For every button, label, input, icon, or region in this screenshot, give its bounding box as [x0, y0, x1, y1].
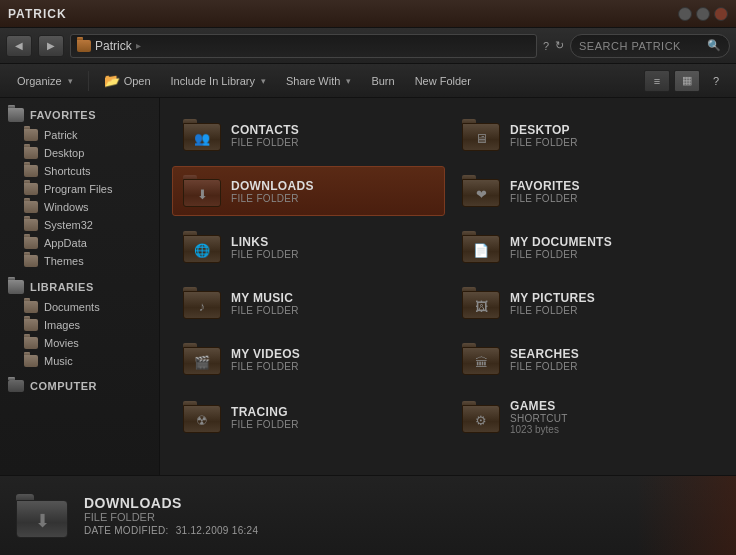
- address-bar: ◀ ▶ Patrick ▸ ? ↻ Search Patrick 🔍: [0, 28, 736, 64]
- documents-label: Documents: [44, 301, 100, 313]
- libraries-section-label: Libraries: [30, 281, 94, 293]
- open-button[interactable]: 📂 Open: [95, 68, 160, 94]
- folder-icon-large: ❤: [462, 175, 500, 207]
- file-type: File folder: [231, 249, 434, 260]
- libraries-section-icon: [8, 280, 24, 294]
- programfiles-folder-icon: [24, 183, 38, 195]
- folder-emblem: 🎬: [191, 353, 213, 371]
- organize-button[interactable]: Organize: [8, 68, 82, 94]
- folder-icon-large: 🎬: [183, 343, 221, 375]
- window-title: Patrick: [8, 7, 67, 21]
- music-label: Music: [44, 355, 73, 367]
- file-info: Links File folder: [231, 235, 434, 260]
- file-item[interactable]: 🖥 Desktop File folder: [451, 110, 724, 160]
- sidebar-section-favorites[interactable]: Favorites: [0, 104, 159, 126]
- help-label: ?: [713, 75, 719, 87]
- appdata-label: AppData: [44, 237, 87, 249]
- file-info: My Documents File folder: [510, 235, 713, 260]
- search-box[interactable]: Search Patrick 🔍: [570, 34, 730, 58]
- refresh-icon[interactable]: ↻: [555, 39, 564, 52]
- patrick-label: Patrick: [44, 129, 78, 141]
- file-type: File folder: [510, 361, 713, 372]
- sidebar-item-documents[interactable]: Documents: [0, 298, 159, 316]
- sidebar-item-patrick[interactable]: Patrick: [0, 126, 159, 144]
- burn-label: Burn: [371, 75, 394, 87]
- sidebar-item-programfiles[interactable]: Program Files: [0, 180, 159, 198]
- file-type: File folder: [231, 193, 434, 204]
- sidebar-item-movies[interactable]: Movies: [0, 334, 159, 352]
- file-item[interactable]: 🌐 Links File folder: [172, 222, 445, 272]
- file-item[interactable]: 📄 My Documents File folder: [451, 222, 724, 272]
- back-button[interactable]: ◀: [6, 35, 32, 57]
- file-item[interactable]: ⬇ Downloads File folder: [172, 166, 445, 216]
- folder-emblem: ☢: [191, 411, 213, 429]
- status-date: Date modified: 31.12.2009 16:24: [84, 525, 258, 536]
- file-info: Favorites File folder: [510, 179, 713, 204]
- file-type: File folder: [231, 361, 434, 372]
- sidebar-section-computer[interactable]: Computer: [0, 376, 159, 396]
- title-bar: Patrick: [0, 0, 736, 28]
- folder-icon-large: 🖥: [462, 119, 500, 151]
- maximize-button[interactable]: [696, 7, 710, 21]
- organize-label: Organize: [17, 75, 62, 87]
- file-type: File folder: [510, 137, 713, 148]
- minimize-button[interactable]: [678, 7, 692, 21]
- file-item[interactable]: ☢ Tracing File folder: [172, 390, 445, 444]
- windows-label: Windows: [44, 201, 89, 213]
- file-item[interactable]: 🎬 My Videos File folder: [172, 334, 445, 384]
- sidebar-item-windows[interactable]: Windows: [0, 198, 159, 216]
- burn-button[interactable]: Burn: [362, 68, 403, 94]
- file-name: Searches: [510, 347, 713, 361]
- file-info: Contacts File folder: [231, 123, 434, 148]
- sidebar-item-themes[interactable]: Themes: [0, 252, 159, 270]
- shortcuts-folder-icon: [24, 165, 38, 177]
- documents-folder-icon: [24, 301, 38, 313]
- file-item[interactable]: ❤ Favorites File folder: [451, 166, 724, 216]
- folder-emblem: ⬇: [191, 185, 213, 203]
- search-icon: 🔍: [707, 39, 721, 52]
- file-info: Games Shortcut 1023 bytes: [510, 399, 713, 435]
- share-button[interactable]: Share with: [277, 68, 360, 94]
- include-button[interactable]: Include in library: [162, 68, 275, 94]
- status-name: Downloads: [84, 495, 258, 511]
- main-content: Favorites Patrick Desktop Shortcuts Prog…: [0, 98, 736, 475]
- status-type: File folder: [84, 511, 258, 523]
- folder-icon-large: 🏛: [462, 343, 500, 375]
- window-controls: [678, 7, 728, 21]
- file-type: File folder: [510, 249, 713, 260]
- sidebar-item-system32[interactable]: System32: [0, 216, 159, 234]
- file-item[interactable]: ⚙ Games Shortcut 1023 bytes: [451, 390, 724, 444]
- desktop-label: Desktop: [44, 147, 84, 159]
- file-item[interactable]: ♪ My Music File folder: [172, 278, 445, 328]
- file-item[interactable]: 🖼 My Pictures File folder: [451, 278, 724, 328]
- sidebar-item-images[interactable]: Images: [0, 316, 159, 334]
- new-folder-button[interactable]: New folder: [406, 68, 480, 94]
- file-info: My Music File folder: [231, 291, 434, 316]
- folder-emblem: ❤: [470, 185, 492, 203]
- sidebar-item-music[interactable]: Music: [0, 352, 159, 370]
- file-name: Links: [231, 235, 434, 249]
- toolbar: Organize 📂 Open Include in library Share…: [0, 64, 736, 98]
- view-list-button[interactable]: ≡: [644, 70, 670, 92]
- file-name: My Music: [231, 291, 434, 305]
- question-icon[interactable]: ?: [543, 40, 549, 52]
- close-button[interactable]: [714, 7, 728, 21]
- forward-button[interactable]: ▶: [38, 35, 64, 57]
- folder-emblem: 🖥: [470, 129, 492, 147]
- file-item[interactable]: 🏛 Searches File folder: [451, 334, 724, 384]
- help-button[interactable]: ?: [704, 68, 728, 94]
- file-name: My Documents: [510, 235, 713, 249]
- sidebar-item-shortcuts[interactable]: Shortcuts: [0, 162, 159, 180]
- status-folder-icon: ⬇: [16, 494, 68, 538]
- themes-label: Themes: [44, 255, 84, 267]
- view-large-button[interactable]: ▦: [674, 70, 700, 92]
- path-arrow: ▸: [136, 40, 141, 51]
- sidebar-section-libraries[interactable]: Libraries: [0, 276, 159, 298]
- sidebar-item-desktop[interactable]: Desktop: [0, 144, 159, 162]
- status-info: Downloads File folder Date modified: 31.…: [84, 495, 258, 536]
- windows-folder-icon: [24, 201, 38, 213]
- path-box[interactable]: Patrick ▸: [70, 34, 537, 58]
- folder-emblem: ⚙: [470, 411, 492, 429]
- file-item[interactable]: 👥 Contacts File folder: [172, 110, 445, 160]
- sidebar-item-appdata[interactable]: AppData: [0, 234, 159, 252]
